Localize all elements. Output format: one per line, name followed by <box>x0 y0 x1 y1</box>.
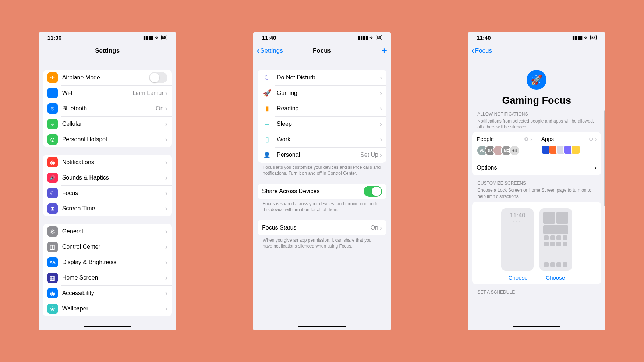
screens-card: 11:40 ○○○ Choose Choose <box>472 202 601 284</box>
chevron-right-icon: › <box>380 136 382 143</box>
battery-icon: 56 <box>590 35 597 40</box>
chevron-right-icon: › <box>380 74 382 82</box>
focus-icon: ☾ <box>47 188 58 198</box>
apps-col[interactable]: Apps ⚙ › <box>537 132 601 160</box>
row-work[interactable]: ▯ Work › <box>258 132 386 147</box>
people-col[interactable]: People ⚙ › AL DA ME +4 <box>472 132 537 160</box>
choose-row: Choose Choose <box>476 274 597 281</box>
row-homescreen[interactable]: ▦ Home Screen › <box>43 270 172 285</box>
focus-content[interactable]: ☾ Do Not Disturb › 🚀 Gaming › ▮ Reading … <box>253 59 391 330</box>
status-time: 11:40 <box>477 35 491 41</box>
row-personal[interactable]: 👤 Personal Set Up › <box>258 147 386 163</box>
people-avatars: AL DA ME +4 <box>477 145 532 156</box>
chevron-right-icon: › <box>595 164 597 171</box>
bed-icon: 🛏 <box>262 121 272 127</box>
row-display[interactable]: AA Display & Brightness › <box>43 255 172 270</box>
back-label: Settings <box>260 47 283 54</box>
allow-header: ALLOW NOTIFICATIONS <box>472 106 601 117</box>
back-label: Focus <box>475 47 492 54</box>
allow-split: People ⚙ › AL DA ME +4 Apps ⚙ › <box>472 132 601 160</box>
add-focus-button[interactable]: + <box>381 46 387 56</box>
homescreen-mockup[interactable] <box>539 208 572 271</box>
battery-icon: 56 <box>376 35 382 40</box>
wifi-icon: ᯤ <box>155 35 160 40</box>
apps-label: Apps <box>541 136 554 142</box>
row-label: Focus <box>62 190 165 196</box>
chevron-right-icon: › <box>165 105 167 113</box>
sounds-icon: 🔊 <box>47 173 58 183</box>
row-gaming[interactable]: 🚀 Gaming › <box>258 85 386 101</box>
row-label: Screen Time <box>62 205 165 212</box>
home-indicator[interactable] <box>298 326 346 327</box>
accessibility-icon: ◉ <box>47 288 58 298</box>
status-time: 11:40 <box>262 35 276 41</box>
row-hotspot[interactable]: ⊚ Personal Hotspot › <box>43 132 172 147</box>
row-label: Wallpaper <box>62 305 165 312</box>
row-screentime[interactable]: ⧗ Screen Time › <box>43 201 172 216</box>
row-label: Control Center <box>62 244 165 250</box>
row-share[interactable]: Share Across Devices <box>258 184 386 199</box>
row-label: Accessibility <box>62 290 165 297</box>
battery-icon: 56 <box>161 35 167 40</box>
row-accessibility[interactable]: ◉ Accessibility › <box>43 285 172 301</box>
status-bar: 11:36 ▮▮▮▮ ᯤ 56 <box>39 32 176 43</box>
row-bluetooth[interactable]: ⎋ Bluetooth On › <box>43 101 172 116</box>
share-toggle[interactable] <box>364 186 382 197</box>
lockscreen-mockup[interactable]: 11:40 ○○○ <box>501 208 534 271</box>
status-bar: 11:40 ▮▮▮▮ ᯤ 56 <box>468 32 605 43</box>
options-row[interactable]: Options › <box>472 160 601 175</box>
row-general[interactable]: ⚙ General › <box>43 224 172 239</box>
gear-icon: ⚙ › <box>524 136 532 142</box>
row-airplane[interactable]: ✈ Airplane Mode <box>43 70 172 85</box>
row-value: Liam Lemur <box>132 90 163 96</box>
chevron-right-icon: › <box>165 305 167 313</box>
chevron-right-icon: › <box>165 89 167 97</box>
row-label: Sleep <box>277 121 380 127</box>
choose-lockscreen[interactable]: Choose <box>509 274 528 281</box>
row-sounds[interactable]: 🔊 Sounds & Haptics › <box>43 170 172 185</box>
home-indicator[interactable] <box>84 326 131 327</box>
wifi-icon: ᯤ <box>47 88 58 98</box>
row-wifi[interactable]: ᯤ Wi-Fi Liam Lemur › <box>43 85 172 101</box>
focus-footer: Focus lets you customize your devices an… <box>258 163 386 176</box>
row-focus-status[interactable]: Focus Status On › <box>258 220 386 235</box>
row-label: Gaming <box>277 90 380 96</box>
gaming-content[interactable]: 🚀 Gaming Focus ALLOW NOTIFICATIONS Notif… <box>468 59 605 330</box>
page-title: Settings <box>39 47 176 54</box>
row-label: Display & Brightness <box>62 259 165 266</box>
mock-time: 11:40 <box>510 212 526 219</box>
row-control-center[interactable]: ◫ Control Center › <box>43 239 172 255</box>
airplane-toggle[interactable] <box>149 72 167 83</box>
settings-content[interactable]: ✈ Airplane Mode ᯤ Wi-Fi Liam Lemur › ⎋ B… <box>39 59 176 330</box>
row-cellular[interactable]: ⟐ Cellular › <box>43 116 172 132</box>
row-wallpaper[interactable]: ❀ Wallpaper › <box>43 301 172 316</box>
nav-bar: Settings <box>39 43 176 59</box>
chevron-right-icon: › <box>165 205 167 213</box>
status-icons: ▮▮▮▮ ᯤ 56 <box>358 35 382 40</box>
settings-group-notifications: ◉ Notifications › 🔊 Sounds & Haptics › ☾… <box>43 155 172 216</box>
scroll-indicator[interactable] <box>604 110 605 206</box>
row-reading[interactable]: ▮ Reading › <box>258 101 386 116</box>
home-indicator[interactable] <box>513 326 560 327</box>
row-label: Home Screen <box>62 274 165 281</box>
notifications-icon: ◉ <box>47 157 58 167</box>
wallpaper-icon: ❀ <box>47 304 58 314</box>
row-label: Do Not Disturb <box>277 74 380 81</box>
row-dnd[interactable]: ☾ Do Not Disturb › <box>258 70 386 85</box>
back-button[interactable]: ‹ Focus <box>471 47 492 55</box>
rocket-icon: 🚀 <box>262 89 272 97</box>
row-label: Sounds & Haptics <box>62 174 165 181</box>
chevron-right-icon: › <box>380 151 382 159</box>
airplane-icon: ✈ <box>47 72 58 83</box>
row-notifications[interactable]: ◉ Notifications › <box>43 155 172 170</box>
choose-homescreen[interactable]: Choose <box>546 274 565 281</box>
row-label: Reading <box>277 105 380 112</box>
control-center-icon: ◫ <box>47 242 58 252</box>
row-focus[interactable]: ☾ Focus › <box>43 185 172 201</box>
back-button[interactable]: ‹ Settings <box>257 47 283 55</box>
row-value: On <box>156 105 163 112</box>
row-label: Airplane Mode <box>62 74 149 81</box>
status-time: 11:36 <box>47 35 61 41</box>
row-sleep[interactable]: 🛏 Sleep › <box>258 116 386 132</box>
row-label: Work <box>277 136 380 143</box>
